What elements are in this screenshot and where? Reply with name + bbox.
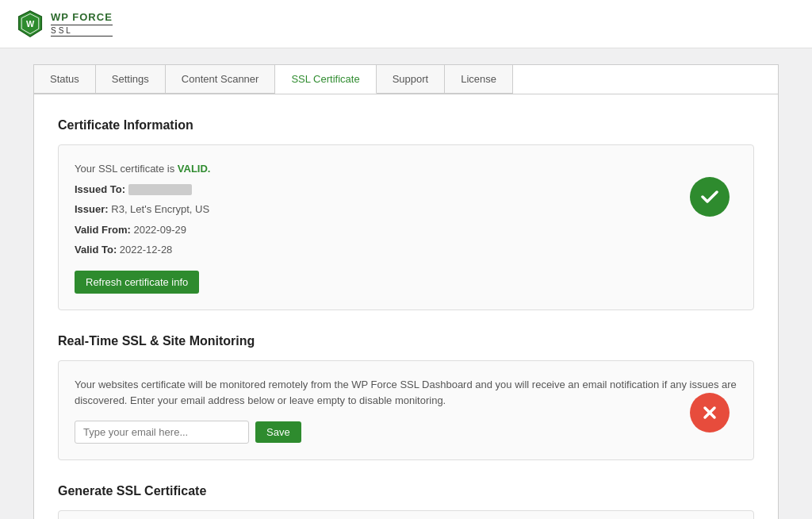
- tabs-bar: Status Settings Content Scanner SSL Cert…: [33, 64, 779, 94]
- monitoring-status-icon: [690, 393, 730, 432]
- checkmark-icon: [699, 186, 721, 208]
- cert-info-content: Your SSL certificate is VALID. Issued To…: [75, 161, 737, 258]
- cert-valid-from: Valid From: 2022-09-29: [75, 222, 737, 238]
- email-row: Save: [75, 421, 737, 444]
- logo: W WP FORCE SSL: [16, 10, 113, 38]
- header: W WP FORCE SSL: [0, 0, 812, 48]
- monitoring-box: Your websites certificate will be monito…: [58, 360, 754, 461]
- logo-icon: W: [16, 10, 44, 38]
- email-input[interactable]: [75, 421, 249, 444]
- cert-info-title: Certificate Information: [58, 118, 754, 133]
- svg-text:W: W: [26, 19, 35, 29]
- main-content: Status Settings Content Scanner SSL Cert…: [17, 48, 795, 519]
- x-icon: [699, 402, 720, 423]
- generate-ssl-section: Generate SSL Certificate You can use thi…: [58, 484, 754, 519]
- monitoring-section: Real-Time SSL & Site Monitoring Your web…: [58, 334, 754, 461]
- cert-issued-to: Issued To:: [75, 182, 737, 198]
- tab-settings[interactable]: Settings: [96, 65, 166, 94]
- cert-issuer: Issuer: R3, Let's Encrypt, US: [75, 202, 737, 217]
- generate-ssl-box: You can use this tool to generate a free…: [58, 510, 754, 519]
- cert-status-line: Your SSL certificate is VALID.: [75, 161, 737, 177]
- certificate-info-section: Certificate Information Your SSL certifi…: [58, 118, 754, 310]
- cert-info-box: Your SSL certificate is VALID. Issued To…: [58, 144, 754, 310]
- logo-text: WP FORCE SSL: [51, 11, 113, 37]
- save-email-button[interactable]: Save: [255, 421, 301, 443]
- cert-status-icon: [690, 177, 730, 217]
- tab-ssl-certificate[interactable]: SSL Certificate: [275, 65, 376, 94]
- content-area: Certificate Information Your SSL certifi…: [33, 94, 779, 519]
- generate-ssl-title: Generate SSL Certificate: [58, 484, 754, 498]
- issued-to-value: [128, 184, 192, 195]
- monitoring-description: Your websites certificate will be monito…: [75, 377, 737, 410]
- tab-status[interactable]: Status: [34, 65, 96, 94]
- cert-valid-word: VALID.: [178, 163, 211, 175]
- refresh-cert-button[interactable]: Refresh certificate info: [75, 271, 199, 294]
- tab-license[interactable]: License: [445, 65, 513, 94]
- monitoring-title: Real-Time SSL & Site Monitoring: [58, 334, 754, 348]
- cert-valid-to: Valid To: 2022-12-28: [75, 242, 737, 258]
- tab-support[interactable]: Support: [377, 65, 446, 94]
- tab-content-scanner[interactable]: Content Scanner: [166, 65, 276, 94]
